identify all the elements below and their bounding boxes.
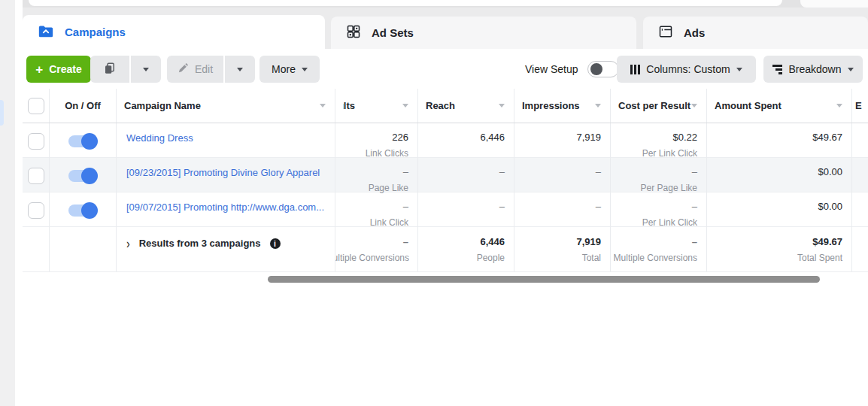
campaign-name-link[interactable]: [09/23/2015] Promoting Divine Glory Appa…	[126, 167, 320, 178]
summary-row: › Results from 3 campaigns i –Multiple C…	[23, 227, 868, 272]
column-header-on-off: On / Off	[50, 89, 117, 123]
campaign-status-toggle[interactable]	[68, 170, 97, 182]
ad-sets-grid-icon	[346, 24, 361, 41]
reach-value: –	[418, 201, 505, 212]
summary-spent-type: Total Spent	[707, 253, 842, 263]
sort-arrow-icon[interactable]	[320, 104, 326, 108]
nav-selected-indicator	[0, 100, 4, 126]
create-button-label: Create	[49, 63, 82, 75]
tab-ads-label: Ads	[684, 26, 705, 39]
campaigns-table: On / Off Campaign Name Results Reach Imp…	[23, 89, 868, 272]
campaign-status-toggle[interactable]	[68, 135, 97, 147]
breakdown-button-label: Breakdown	[788, 63, 841, 75]
impressions-value: 7,919	[514, 132, 601, 143]
results-type: Link Click	[335, 217, 408, 228]
row-checkbox[interactable]	[28, 202, 44, 219]
summary-results: –	[335, 236, 408, 247]
table-header-row: On / Off Campaign Name Results Reach Imp…	[23, 89, 868, 123]
edit-button[interactable]: Edit	[167, 56, 223, 83]
cost-type: Per Link Click	[611, 217, 697, 228]
plus-icon: +	[35, 63, 43, 76]
toggle-knob	[81, 168, 98, 184]
tab-ad-sets[interactable]: Ad Sets	[331, 17, 636, 49]
chevron-down-icon	[237, 68, 243, 71]
duplicate-button[interactable]	[90, 56, 129, 83]
summary-results-type: Multiple Conversions	[335, 253, 409, 263]
cost-per-result-value: –	[611, 166, 697, 177]
row-checkbox[interactable]	[28, 133, 44, 150]
sort-arrow-icon[interactable]	[402, 104, 408, 108]
column-header-campaign-name[interactable]: Campaign Name	[117, 89, 335, 123]
sort-arrow-icon[interactable]	[691, 104, 697, 108]
sort-arrow-icon[interactable]	[836, 104, 842, 108]
select-all-checkbox[interactable]	[28, 98, 44, 114]
left-nav-gutter	[0, 0, 15, 406]
columns-icon	[630, 65, 640, 74]
create-button[interactable]: + Create	[26, 56, 91, 83]
amount-spent-value: $0.00	[707, 201, 842, 212]
column-header-truncated: E	[852, 89, 868, 123]
summary-impressions: 7,919	[514, 236, 601, 247]
summary-cost-per-result: –	[611, 236, 697, 247]
tab-ads[interactable]: Ads	[643, 17, 868, 49]
info-icon[interactable]: i	[270, 238, 281, 249]
edit-dropdown-button[interactable]	[225, 56, 255, 83]
topbar-remnant-right	[800, 0, 868, 8]
tab-ad-sets-label: Ad Sets	[372, 26, 414, 39]
results-value: 226	[335, 132, 408, 143]
campaign-status-toggle[interactable]	[68, 205, 97, 217]
tab-campaigns[interactable]: Campaigns	[23, 15, 325, 49]
more-button[interactable]: More	[259, 56, 320, 83]
view-setup-label: View Setup	[525, 63, 578, 75]
copy-icon	[103, 62, 117, 77]
chevron-down-icon	[848, 68, 854, 71]
results-type: Page Like	[335, 183, 408, 193]
impressions-value: –	[514, 166, 601, 177]
pencil-icon	[178, 62, 189, 76]
toggle-knob	[81, 202, 98, 219]
expand-chevron-icon[interactable]: ›	[126, 236, 130, 251]
cost-type: Per Page Like	[611, 183, 697, 193]
toggle-knob	[81, 133, 98, 150]
summary-amount-spent: $49.67	[707, 236, 842, 247]
duplicate-dropdown-button[interactable]	[131, 56, 161, 83]
column-header-reach[interactable]: Reach	[418, 89, 514, 123]
campaign-name-link[interactable]: Wedding Dress	[126, 132, 193, 144]
column-header-impressions[interactable]: Impressions	[514, 89, 611, 123]
summary-label: Results from 3 campaigns	[139, 238, 261, 249]
chevron-down-icon	[302, 68, 308, 71]
sort-arrow-icon[interactable]	[595, 104, 601, 108]
results-value: –	[335, 166, 408, 177]
summary-impressions-type: Total	[514, 253, 601, 263]
breakdown-button[interactable]: Breakdown	[763, 56, 863, 83]
column-header-results[interactable]: Results	[335, 89, 418, 123]
ads-frame-icon	[658, 24, 673, 41]
view-setup-toggle[interactable]	[587, 61, 619, 77]
more-button-label: More	[272, 63, 296, 75]
chevron-down-icon	[143, 68, 149, 71]
summary-reach-type: People	[418, 253, 505, 263]
search-bar-remnant	[29, 0, 782, 6]
columns-button[interactable]: Columns: Custom	[617, 56, 756, 83]
summary-cost-type: Multiple Conversions	[611, 253, 697, 263]
amount-spent-value: $0.00	[707, 166, 842, 177]
sort-arrow-icon[interactable]	[499, 104, 505, 108]
campaign-name-link[interactable]: [09/07/2015] Promoting http://www.dga.co…	[126, 201, 324, 213]
amount-spent-value: $49.67	[707, 132, 842, 143]
horizontal-scrollbar-thumb[interactable]	[268, 276, 820, 283]
table-row: Wedding Dress 226Link Clicks 6,446 7,919…	[23, 123, 868, 158]
column-header-cost-per-result[interactable]: Cost per Result	[611, 89, 707, 123]
chevron-down-icon	[736, 68, 742, 71]
table-row: [09/23/2015] Promoting Divine Glory Appa…	[23, 158, 868, 192]
column-header-amount-spent[interactable]: Amount Spent	[707, 89, 852, 123]
results-type: Link Clicks	[335, 148, 408, 159]
columns-button-label: Columns: Custom	[646, 63, 730, 75]
summary-reach: 6,446	[418, 236, 505, 247]
row-checkbox[interactable]	[28, 168, 44, 184]
cost-per-result-value: –	[611, 201, 697, 212]
table-row: [09/07/2015] Promoting http://www.dga.co…	[23, 192, 868, 227]
cost-per-result-value: $0.22	[611, 132, 697, 143]
toggle-knob	[590, 63, 602, 75]
reach-value: 6,446	[418, 132, 505, 143]
impressions-value: –	[514, 201, 601, 212]
